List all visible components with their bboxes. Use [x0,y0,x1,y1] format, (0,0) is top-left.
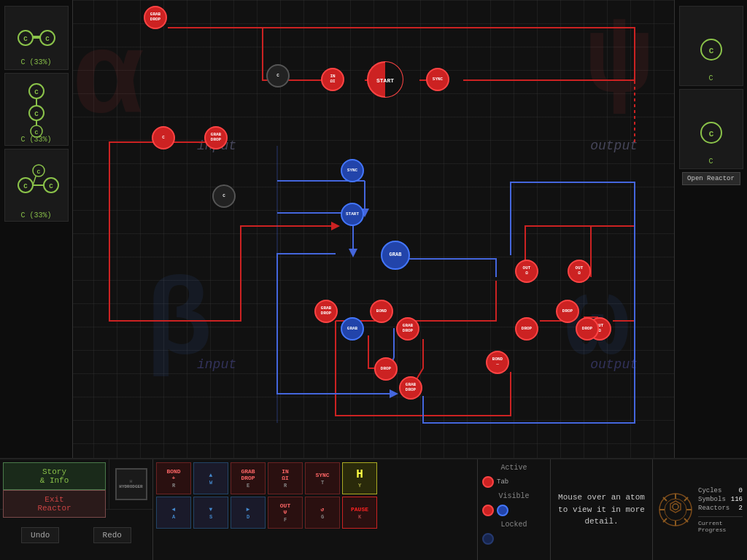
node-bond-minus[interactable]: BOND— [486,351,509,374]
node-grab-drop-4[interactable]: GRABDROP [396,317,419,341]
progress-label: Current Progress [698,520,743,533]
layer-locked-label: Locked [482,521,546,529]
toolbar-row-2: ◄ A ▼ S ► D OUTΨ F ↺ G PAUSE K [156,497,474,529]
node-bond[interactable]: BOND [370,300,393,323]
layer-circle-red-visible[interactable] [482,505,494,516]
layer-controls-title: Active [482,464,546,472]
story-info-button[interactable]: Story& Info [3,462,106,490]
layer-circle-red-active[interactable] [482,476,494,488]
stat-progress: Current Progress [698,516,743,533]
node-c-3[interactable]: C [212,184,236,208]
tool-pause[interactable]: PAUSE K [342,497,377,529]
node-c-1[interactable]: C [266,64,290,88]
node-sync-1[interactable]: SYNC [426,68,449,91]
bottom-left: Story& Info ExitReactor H HYDRODGER Undo… [0,459,153,560]
layer-row-visible [482,505,546,516]
tool-rotate[interactable]: ↺ G [305,497,340,529]
tool-arrow-left[interactable]: ◄ A [156,497,191,529]
node-grab-blue-2[interactable]: GRAB [341,317,364,341]
right-panel: C C C C Open Reactor [674,0,747,458]
svg-text:C: C [45,36,50,43]
symbols-value: 116 [731,496,743,503]
node-in-1[interactable]: INΩI [321,68,344,91]
cycles-label: Cycles [698,487,721,494]
node-out-2[interactable]: OUTΩ [568,260,591,283]
hydrodger-box: H HYDRODGER [115,468,147,500]
output-box-1: C C [679,6,743,86]
node-grab-drop-2[interactable]: GRABDROP [204,126,228,149]
layer-circle-blue-locked[interactable] [482,533,494,545]
svg-text:C: C [34,129,38,136]
reactors-label: Reactors [698,505,729,512]
layer-circle-blue-visible[interactable] [497,505,508,516]
output-label-2: C [708,158,713,166]
node-drop-3[interactable]: DROP [576,317,599,341]
svg-text:C: C [34,89,39,96]
node-start-blue[interactable]: START [341,203,364,226]
stats-list: Cycles 0 Symbols 116 Reactors 2 Current … [698,464,743,556]
toolbar-area: BOND+ R ▲ W GRABDROP E INΩI R SYNC T H Y [153,459,477,560]
layer-row-locked [482,533,546,545]
output-beta-label: output [590,357,638,372]
layer-row-active: Tab [482,476,546,488]
node-grab-drop-5[interactable]: GRABDROP [399,376,422,400]
node-grab-drop-1[interactable]: GRABDROP [144,6,167,29]
svg-text:C: C [23,36,28,43]
redo-button[interactable]: Redo [93,527,131,543]
svg-point-31 [673,504,678,510]
node-grab-drop-3[interactable]: GRABDROP [314,300,338,323]
svg-text:C: C [708,130,713,139]
tool-h[interactable]: H Y [342,462,377,494]
tool-arrow-up[interactable]: ▲ W [193,462,228,494]
molecule-box-1: C C C (33%) [4,6,69,70]
toolbar-row-1: BOND+ R ▲ W GRABDROP E INΩI R SYNC T H Y [156,462,474,494]
stat-reactors: Reactors 2 [698,505,743,512]
undo-button[interactable]: Undo [21,527,59,543]
stats-area: Cycles 0 Symbols 116 Reactors 2 Current … [652,459,747,560]
bottom-bar: Story& Info ExitReactor H HYDRODGER Undo… [0,458,747,560]
node-start-red[interactable]: START [366,61,404,98]
reactors-value: 2 [739,505,743,512]
tool-arrow-down[interactable]: ▼ S [193,497,228,529]
input-label-1: C (33%) [20,58,51,66]
node-drop-1[interactable]: DROP [556,300,579,323]
node-drop-2[interactable]: DROP [515,317,538,341]
node-c-2[interactable]: C [152,126,175,149]
svg-text:C: C [708,47,713,55]
open-reactor-button[interactable]: Open Reactor [682,172,740,185]
svg-text:C: C [23,183,28,190]
left-panel: C C C (33%) C C C C (33%) [0,0,73,458]
svg-text:C: C [36,168,40,175]
node-sync-blue[interactable]: SYNC [341,159,364,182]
output-box-2: C C [679,89,743,169]
layer-controls: Active Tab Visible Locked [477,459,550,560]
stat-cycles: Cycles 0 [698,487,743,494]
tool-bond-plus[interactable]: BOND+ R [156,462,191,494]
layer-tab-indicator: Tab [497,478,508,486]
tool-arrow-right[interactable]: ► D [231,497,266,529]
svg-text:C: C [34,111,39,118]
stat-symbols: Symbols 116 [698,496,743,503]
input-beta-label: input [197,357,236,372]
node-grab-blue[interactable]: GRAB [381,241,410,270]
tool-grab-drop[interactable]: GRABDROP E [231,462,266,494]
output-label-1: C [708,74,713,82]
symbols-label: Symbols [698,496,726,503]
molecule-box-2: C C C C (33%) [4,73,69,146]
game-area: α ψ β ω input output input output [0,0,747,458]
layer-visible-label: Visible [482,492,546,500]
tool-sync[interactable]: SYNC T [305,462,340,494]
svg-text:C: C [49,183,53,190]
info-area: Mouse over an atom to view it in more de… [550,459,652,560]
tool-out[interactable]: OUTΨ F [268,497,303,529]
cycles-value: 0 [739,487,743,494]
node-drop-4[interactable]: DROP [374,357,398,381]
molecule-box-3: C C C C (33%) [4,149,69,222]
svg-text:START: START [376,77,394,84]
input-label-2: C (33%) [20,136,51,144]
tool-in[interactable]: INΩI R [268,462,303,494]
input-label-3: C (33%) [20,211,51,219]
node-out-1[interactable]: OUTΩ [515,260,538,283]
reactor-emblem-icon [657,491,694,528]
info-text: Mouse over an atom to view it in more de… [555,491,648,528]
